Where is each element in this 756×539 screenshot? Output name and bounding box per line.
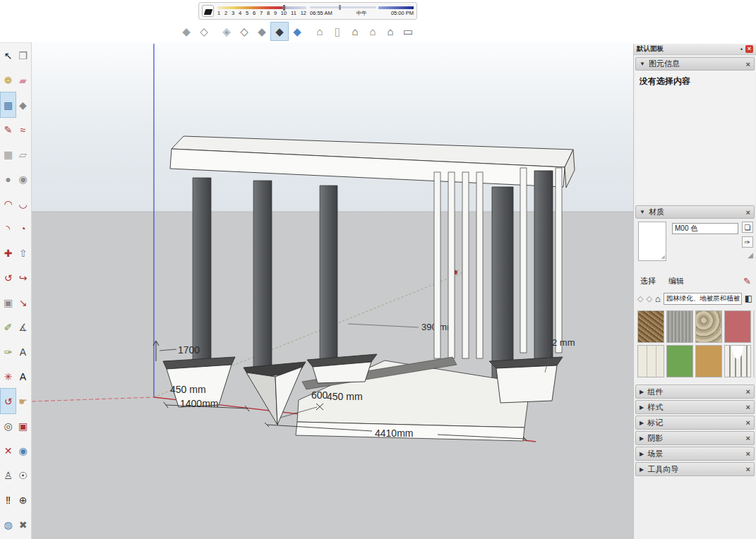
- panel-title-bar[interactable]: 默认面板 ▪ ×: [634, 44, 756, 55]
- zoom-extents-tool[interactable]: ✕: [1, 438, 16, 463]
- offset-tool[interactable]: ▣: [1, 290, 16, 315]
- panel-section-collapsed[interactable]: ▶ 组件 ×: [635, 384, 755, 399]
- material-name-field[interactable]: M00 色: [672, 223, 738, 234]
- close-icon[interactable]: ×: [746, 434, 750, 442]
- panel-section-collapsed[interactable]: ▶ 工具向导 ×: [635, 462, 755, 476]
- footing-4-front[interactable]: [496, 365, 557, 403]
- zoom-tool[interactable]: ◎: [1, 413, 16, 438]
- move-tool[interactable]: ✚: [1, 241, 16, 265]
- follow-me-tool[interactable]: ↪: [16, 265, 30, 290]
- view-top-icon[interactable]: ▯: [329, 23, 346, 40]
- tape-measure-tool[interactable]: ✐: [1, 315, 16, 339]
- nav-forward-icon[interactable]: ◇: [646, 294, 652, 303]
- look-target-tool[interactable]: ⊕: [16, 487, 30, 512]
- time-slider-track[interactable]: [310, 6, 376, 8]
- shadows-toggle-icon[interactable]: [202, 5, 214, 17]
- baluster[interactable]: [520, 168, 527, 353]
- view-left-icon[interactable]: ▭: [400, 23, 416, 40]
- entity-info-header[interactable]: ▼ 图元信息 ×: [635, 57, 755, 71]
- time-slider-handle[interactable]: [339, 5, 341, 10]
- style-hidden-line-icon[interactable]: ◇: [236, 23, 253, 40]
- view-front-icon[interactable]: ⌂: [347, 23, 364, 40]
- viewport-3d[interactable]: 390 mm 500 mm: [32, 42, 633, 539]
- month-slider-track[interactable]: [217, 6, 306, 9]
- rotate-tool[interactable]: ↺: [1, 265, 16, 290]
- material-preview[interactable]: ◢: [638, 222, 666, 261]
- look-around-tool[interactable]: ☉: [16, 463, 30, 487]
- view-iso-icon[interactable]: ⌂: [311, 23, 328, 40]
- close-icon[interactable]: ×: [746, 465, 750, 473]
- baluster[interactable]: [434, 172, 440, 358]
- large-eraser-tool[interactable]: ◆: [16, 92, 30, 117]
- view-right-icon[interactable]: ⌂: [364, 23, 381, 40]
- previous-view-tool[interactable]: ◉: [16, 438, 30, 463]
- section-plane-tool[interactable]: ◍: [1, 512, 16, 537]
- polygon-tool[interactable]: ◉: [16, 166, 30, 191]
- swatch-scrollbar[interactable]: [753, 310, 755, 377]
- push-pull-tool[interactable]: ⇧: [16, 241, 30, 265]
- baluster[interactable]: [556, 168, 562, 353]
- baluster[interactable]: [462, 172, 469, 358]
- gravel-texture[interactable]: [666, 310, 693, 343]
- view-back-icon[interactable]: ⌂: [382, 23, 399, 40]
- tan-color[interactable]: [695, 345, 722, 377]
- in-model-icon[interactable]: ⌂: [655, 293, 661, 304]
- materials-header[interactable]: ▼ 材质 ×: [635, 205, 755, 219]
- circle-tool[interactable]: ●: [1, 166, 16, 191]
- column-2[interactable]: [253, 181, 272, 384]
- walk-tool[interactable]: ‼: [1, 487, 16, 512]
- panel-section-collapsed[interactable]: ▶ 标记 ×: [635, 416, 755, 430]
- eyedropper-icon[interactable]: ✎: [743, 276, 751, 286]
- pavers-texture[interactable]: [637, 345, 664, 377]
- column-1[interactable]: [193, 178, 211, 370]
- three-d-text-tool[interactable]: A: [16, 364, 30, 389]
- close-icon[interactable]: ×: [746, 208, 750, 217]
- rectangle-tool[interactable]: ▦: [1, 142, 16, 166]
- month-slider-handle[interactable]: [283, 5, 285, 11]
- style-textured-icon[interactable]: ◆: [289, 23, 306, 40]
- pebbles-texture[interactable]: [695, 310, 722, 343]
- panel-close-icon[interactable]: ×: [745, 45, 753, 53]
- paint-texture-tool[interactable]: ▩: [1, 92, 16, 117]
- style-shaded-icon[interactable]: ◆: [178, 23, 195, 40]
- time-evening-track[interactable]: [378, 6, 414, 9]
- panel-section-collapsed[interactable]: ▶ 阴影 ×: [635, 431, 755, 445]
- zoom-window-tool[interactable]: ▣: [16, 413, 30, 438]
- make-component-tool[interactable]: ❒: [16, 43, 30, 68]
- mulch-texture[interactable]: [637, 310, 664, 343]
- rose-color[interactable]: [724, 310, 751, 343]
- style-xray-icon[interactable]: ◈: [218, 23, 235, 40]
- baluster[interactable]: [448, 172, 455, 358]
- pan-tool[interactable]: ☛: [16, 389, 30, 413]
- close-icon[interactable]: ×: [746, 60, 750, 68]
- protractor-tool[interactable]: ∡: [16, 315, 30, 339]
- orbit-tool[interactable]: ↺: [1, 389, 16, 413]
- panel-section-collapsed[interactable]: ▶ 样式 ×: [635, 400, 755, 414]
- axes-tool[interactable]: ✳: [1, 364, 16, 389]
- style-monochrome-icon[interactable]: ◆: [271, 23, 288, 40]
- line-tool[interactable]: ✎: [1, 117, 16, 142]
- dimension-tool[interactable]: ✑: [1, 339, 16, 364]
- freehand-tool[interactable]: ≈: [16, 117, 30, 142]
- gate-texture[interactable]: [724, 345, 751, 377]
- tab-select[interactable]: 选择: [640, 276, 656, 286]
- tab-edit[interactable]: 编辑: [668, 276, 684, 286]
- column-5[interactable]: [534, 171, 553, 367]
- sample-paint-icon[interactable]: ◧: [745, 293, 752, 303]
- select-tool[interactable]: ↖: [1, 43, 16, 68]
- create-material-icon[interactable]: ❏: [742, 222, 753, 233]
- three-point-arc-tool[interactable]: ◝: [1, 216, 16, 241]
- rotated-rectangle-tool[interactable]: ▱: [16, 142, 30, 166]
- nav-back-icon[interactable]: ◇: [637, 294, 643, 303]
- material-category-dropdown[interactable]: 园林绿化、地被层和植被 ∨: [664, 293, 742, 305]
- baluster[interactable]: [476, 172, 483, 358]
- text-tool[interactable]: A: [16, 339, 30, 364]
- extra-tool[interactable]: ✖: [16, 512, 30, 537]
- style-wireframe-icon[interactable]: ◇: [196, 23, 212, 40]
- close-icon[interactable]: ×: [746, 387, 750, 396]
- two-point-arc-tool[interactable]: ◡: [16, 191, 30, 216]
- pin-icon[interactable]: ▪: [740, 46, 743, 52]
- paint-bucket-tool[interactable]: ❁: [1, 68, 16, 92]
- shadow-time-slider[interactable]: 06:55 AM 中午 05:00 PM: [310, 6, 414, 16]
- column-3[interactable]: [320, 186, 337, 363]
